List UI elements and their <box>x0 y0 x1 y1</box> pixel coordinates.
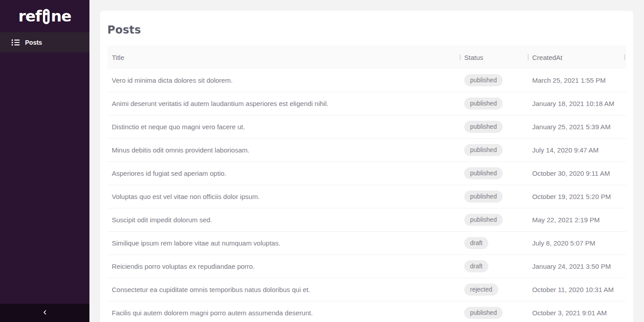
post-title-cell: Reiciendis porro voluptas ex repudiandae… <box>107 255 460 278</box>
post-title-cell: Asperiores id fugiat sed aperiam optio. <box>107 162 460 185</box>
post-status-cell: published <box>460 139 528 161</box>
post-title-cell: Minus debitis odit omnis provident labor… <box>107 139 460 161</box>
logo-pill-i-icon <box>43 9 50 24</box>
post-status-cell: published <box>460 115 528 138</box>
post-status-cell: published <box>460 208 528 231</box>
sidebar-collapse-trigger[interactable] <box>0 304 89 322</box>
sidebar-item-posts[interactable]: Posts <box>0 32 89 52</box>
status-badge: published <box>464 121 503 133</box>
post-createdat-cell: October 3, 2021 9:01 AM <box>528 301 626 322</box>
sidebar: refne Posts <box>0 0 89 322</box>
chevron-left-icon <box>42 309 48 317</box>
post-title-cell: Voluptas quo est vel vitae non officiis … <box>107 185 460 208</box>
post-status-cell: published <box>460 185 528 208</box>
table-row[interactable]: Consectetur ea cupiditate omnis temporib… <box>107 278 626 301</box>
post-status-cell: published <box>460 162 528 185</box>
table-row[interactable]: Animi deserunt veritatis id autem laudan… <box>107 92 626 115</box>
post-status-cell: draft <box>460 255 528 278</box>
status-badge: published <box>464 191 503 203</box>
post-createdat-cell: October 11, 2020 10:31 AM <box>528 278 626 301</box>
status-badge: published <box>464 307 503 319</box>
table-row[interactable]: Voluptas quo est vel vitae non officiis … <box>107 185 626 208</box>
table-row[interactable]: Distinctio et neque quo magni vero facer… <box>107 115 626 139</box>
status-badge: published <box>464 97 503 110</box>
post-createdat-cell: July 14, 2020 9:47 AM <box>528 139 626 161</box>
post-title-cell: Facilis qui autem dolorem magni porro au… <box>107 301 460 322</box>
post-createdat-cell: July 8, 2020 5:07 PM <box>528 232 626 254</box>
table-row[interactable]: Similique ipsum rem labore vitae aut num… <box>107 232 626 255</box>
status-badge: draft <box>464 260 488 273</box>
post-title-cell: Consectetur ea cupiditate omnis temporib… <box>107 278 460 301</box>
post-title-cell: Animi deserunt veritatis id autem laudan… <box>107 92 460 115</box>
post-status-cell: published <box>460 92 528 115</box>
post-title-cell: Similique ipsum rem labore vitae aut num… <box>107 232 460 254</box>
post-createdat-cell: October 30, 2020 9:11 AM <box>528 162 626 185</box>
post-createdat-cell: May 22, 2021 2:19 PM <box>528 208 626 231</box>
post-createdat-cell: January 18, 2021 10:18 AM <box>528 92 626 115</box>
logo-text-suffix: ne <box>51 7 71 25</box>
table-row[interactable]: Facilis qui autem dolorem magni porro au… <box>107 301 626 322</box>
table-row[interactable]: Reiciendis porro voluptas ex repudiandae… <box>107 255 626 278</box>
page-title: Posts <box>107 23 626 37</box>
post-title-cell: Distinctio et neque quo magni vero facer… <box>107 115 460 138</box>
refine-logo[interactable]: refne <box>0 0 89 32</box>
status-badge: published <box>464 214 503 226</box>
main-content: Posts Title Status CreatedAt Vero id min… <box>89 0 644 322</box>
post-title-cell: Vero id minima dicta dolores sit dolorem… <box>107 69 460 92</box>
post-createdat-cell: January 24, 2021 3:50 PM <box>528 255 626 278</box>
status-badge: published <box>464 74 503 87</box>
column-header-status: Status <box>460 46 528 69</box>
post-title-cell: Suscipit odit impedit dolorum sed. <box>107 208 460 231</box>
logo-text-prefix: ref <box>18 7 42 25</box>
column-header-createdat: CreatedAt <box>528 46 626 69</box>
posts-table: Title Status CreatedAt Vero id minima di… <box>107 46 626 322</box>
status-badge: published <box>464 167 503 180</box>
status-badge: draft <box>464 237 488 250</box>
status-badge: published <box>464 144 503 157</box>
status-badge: rejected <box>464 284 498 296</box>
post-createdat-cell: October 19, 2021 5:20 PM <box>528 185 626 208</box>
post-status-cell: published <box>460 69 528 92</box>
post-createdat-cell: January 25, 2021 5:39 AM <box>528 115 626 138</box>
table-row[interactable]: Suscipit odit impedit dolorum sed. publi… <box>107 208 626 232</box>
sidebar-item-label: Posts <box>25 39 42 46</box>
post-status-cell: draft <box>460 232 528 254</box>
post-status-cell: published <box>460 301 528 322</box>
posts-card: Posts Title Status CreatedAt Vero id min… <box>100 11 633 322</box>
post-status-cell: rejected <box>460 278 528 301</box>
table-row[interactable]: Vero id minima dicta dolores sit dolorem… <box>107 69 626 92</box>
sidebar-spacer <box>0 52 89 304</box>
table-row[interactable]: Minus debitis odit omnis provident labor… <box>107 139 626 162</box>
column-header-title: Title <box>107 46 460 69</box>
table-header-row: Title Status CreatedAt <box>107 46 626 69</box>
unordered-list-icon <box>12 39 20 46</box>
post-createdat-cell: March 25, 2021 1:55 PM <box>528 69 626 92</box>
table-body: Vero id minima dicta dolores sit dolorem… <box>107 69 626 322</box>
table-row[interactable]: Asperiores id fugiat sed aperiam optio. … <box>107 162 626 185</box>
